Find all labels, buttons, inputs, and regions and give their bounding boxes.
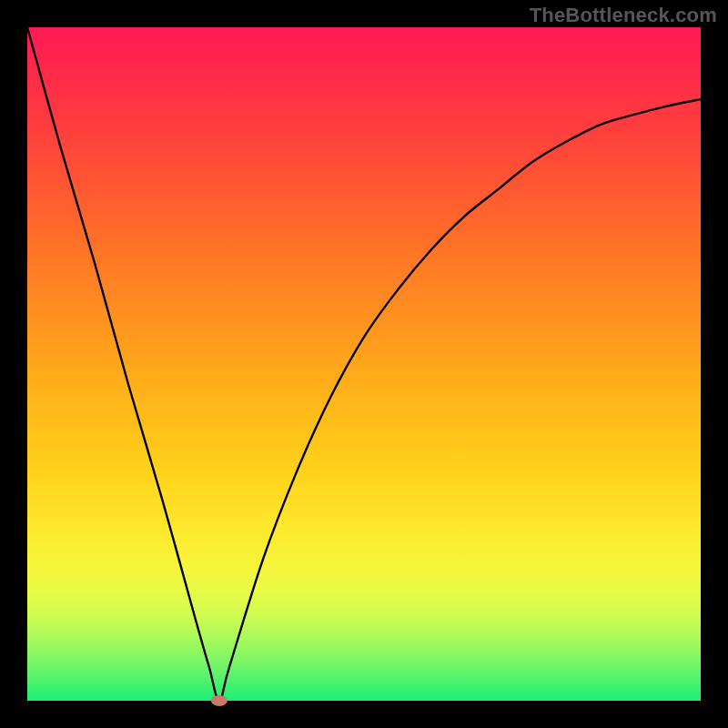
bottleneck-curve (27, 27, 701, 701)
plot-area (27, 27, 701, 701)
curve-svg (27, 27, 701, 701)
watermark-text: TheBottleneck.com (530, 4, 717, 27)
minimum-marker (211, 695, 228, 706)
chart-frame: TheBottleneck.com (0, 0, 728, 728)
